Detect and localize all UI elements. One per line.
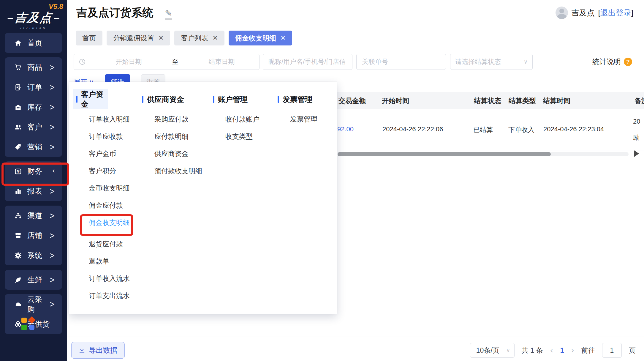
export-label: 导出数据 — [89, 346, 117, 355]
start-date-input[interactable]: 开始日期 — [91, 57, 166, 66]
menu-item[interactable]: 收付款账户 — [209, 111, 260, 128]
sidebar-item-fresh[interactable]: 生鲜 > — [5, 270, 62, 290]
order-no-input[interactable] — [356, 54, 446, 70]
chevron-right-icon: > — [50, 275, 55, 285]
home-icon — [14, 39, 22, 47]
avatar — [556, 7, 568, 19]
stats-note: 统计说明 ? — [592, 57, 632, 67]
inventory-icon — [14, 103, 22, 111]
menu-column-title: 客户资金 — [73, 89, 108, 109]
sidebar-item-cloud-supply[interactable]: 云供货 — [5, 314, 62, 334]
chevron-right-icon: > — [50, 211, 55, 220]
sidebar-item-reports[interactable]: 报表 > — [5, 181, 62, 201]
sidebar-item-marketing[interactable]: 营销 > — [5, 137, 62, 157]
logout-text[interactable]: 退出登录 — [600, 8, 631, 17]
tab-home[interactable]: 首页 — [76, 31, 102, 45]
logout-link[interactable]: [退出登录] — [598, 8, 633, 18]
chevron-right-icon: > — [50, 231, 55, 240]
sidebar-item-orders[interactable]: 订单 > — [5, 77, 62, 97]
menu-item[interactable]: 客户积分 — [73, 162, 130, 179]
menu-item[interactable]: 发票管理 — [274, 111, 317, 128]
sidebar-item-customers[interactable]: 客户 > — [5, 117, 62, 137]
help-icon[interactable]: ? — [624, 58, 632, 66]
chevron-right-icon: > — [50, 62, 55, 72]
menu-item[interactable]: 采购应付款 — [138, 111, 202, 128]
sidebar-item-home[interactable]: 首页 — [5, 33, 62, 53]
keyword-input[interactable] — [263, 54, 352, 70]
edit-title-icon[interactable]: ✎ — [165, 8, 172, 20]
sidebar-item-label: 订单 — [27, 82, 42, 92]
footer-bar: 导出数据 10条/页∨ 共 1 条 ‹ 1 › 前往 页 — [67, 337, 644, 361]
menu-item[interactable]: 金币收支明细 — [73, 179, 130, 197]
menu-item[interactable]: 收支类型 — [209, 128, 260, 145]
goto-label: 前往 — [581, 346, 595, 355]
tab-distribution-settings[interactable]: 分销返佣设置✕ — [107, 31, 170, 45]
amount-link[interactable]: 92.00 — [337, 125, 354, 133]
brand-name: 吉及点 — [14, 10, 53, 26]
brand-subtitle: JIJIDIAN — [0, 26, 67, 29]
export-data-button[interactable]: 导出数据 — [71, 342, 125, 359]
sidebar-item-label: 系统 — [27, 250, 42, 260]
date-range-picker[interactable]: 开始日期 至 结束日期 — [74, 54, 260, 70]
sidebar-group-home: 首页 — [5, 33, 62, 53]
tab-bar: 首页 分销返佣设置✕ 客户列表✕ 佣金收支明细✕ — [67, 27, 644, 49]
sidebar-item-label: 财务 — [27, 166, 42, 176]
tab-customer-list[interactable]: 客户列表✕ — [174, 31, 224, 45]
page-unit: 页 — [629, 346, 636, 355]
tab-commission-details[interactable]: 佣金收支明细✕ — [229, 31, 292, 45]
close-icon[interactable]: ✕ — [212, 34, 218, 42]
menu-item[interactable]: 订单支出流水 — [73, 287, 130, 304]
sidebar-item-channel[interactable]: 渠道 > — [5, 206, 62, 226]
menu-item[interactable]: 订单应收款 — [73, 128, 130, 145]
next-page-icon[interactable]: › — [571, 346, 574, 355]
end-date-input[interactable]: 结束日期 — [184, 57, 259, 66]
table-expand-arrow-icon[interactable] — [634, 150, 639, 157]
sidebar-item-label: 云采购 — [27, 294, 50, 314]
menu-item[interactable]: 订单收入流水 — [73, 270, 130, 287]
menu-item-active[interactable]: 佣金收支明细 — [73, 214, 130, 231]
page-size-select[interactable]: 10条/页∨ — [470, 343, 515, 358]
chevron-down-icon: ∨ — [506, 347, 510, 354]
sidebar-item-products[interactable]: 商品 > — [5, 57, 62, 77]
channel-icon — [14, 212, 22, 220]
menu-item[interactable]: 佣金应付款 — [73, 197, 130, 214]
column-title-text: 客户资金 — [81, 89, 104, 109]
menu-item[interactable]: 应付款明细 — [138, 128, 202, 145]
menu-item[interactable]: 预付款收支明细 — [138, 162, 202, 179]
menu-item[interactable]: 客户金币 — [73, 145, 130, 162]
leaf-icon — [14, 276, 22, 284]
close-icon[interactable]: ✕ — [158, 34, 164, 42]
customers-icon — [14, 123, 22, 131]
menu-column-title: 供应商资金 — [138, 89, 202, 109]
menu-item[interactable]: 退款单 — [73, 253, 130, 270]
sidebar-item-label: 客户 — [27, 122, 42, 132]
menu-item[interactable]: 退货应付款 — [73, 235, 130, 253]
user-box: 吉及点 [退出登录] — [556, 7, 633, 19]
sidebar-group-finance: ¥ 财务 › 报表 > — [5, 161, 62, 201]
sidebar-item-inventory[interactable]: 库存 > — [5, 97, 62, 117]
gear-icon — [14, 252, 22, 259]
sidebar-item-cloud-purchase[interactable]: 云采购 > — [5, 294, 62, 314]
close-icon[interactable]: ✕ — [280, 34, 286, 42]
menu-item[interactable]: 供应商资金 — [138, 145, 202, 162]
settle-status-select[interactable]: 请选择结算状态 ∨ — [450, 54, 533, 70]
sidebar-item-label: 店铺 — [27, 231, 42, 240]
finance-icon: ¥ — [14, 168, 22, 175]
chevron-right-icon: > — [50, 186, 55, 196]
svg-text:¥: ¥ — [17, 169, 19, 174]
menu-column-title: 发票管理 — [274, 89, 317, 109]
scrollbar-thumb[interactable] — [338, 152, 551, 156]
prev-page-icon[interactable]: ‹ — [550, 346, 553, 355]
select-placeholder: 请选择结算状态 — [455, 57, 501, 66]
tab-label: 首页 — [82, 34, 96, 43]
sidebar-item-finance[interactable]: ¥ 财务 › — [5, 161, 62, 181]
menu-column-customer-funds: 客户资金 订单收入明细 订单应收款 客户金币 客户积分 金币收支明细 佣金应付款… — [73, 89, 130, 304]
menu-item[interactable]: 订单收入明细 — [73, 111, 130, 128]
current-page[interactable]: 1 — [560, 346, 564, 354]
goto-page-input[interactable] — [602, 343, 622, 358]
sidebar-item-system[interactable]: 系统 > — [5, 245, 62, 265]
chevron-right-icon: > — [50, 142, 55, 152]
sidebar-item-shop[interactable]: 店铺 > — [5, 226, 62, 245]
chevron-right-icon: > — [50, 299, 55, 309]
tag-icon — [14, 143, 22, 151]
